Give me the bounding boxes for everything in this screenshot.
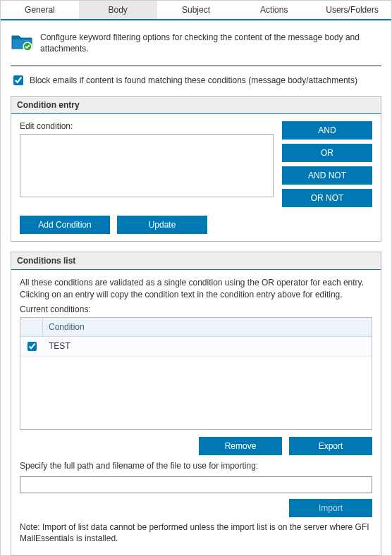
condition-entry-panel: Condition entry Edit condition: AND OR A… bbox=[11, 96, 381, 242]
tab-users-folders[interactable]: Users/Folders bbox=[313, 1, 391, 19]
update-button[interactable]: Update bbox=[117, 216, 207, 234]
folder-check-icon bbox=[11, 32, 33, 51]
row-condition-text: TEST bbox=[43, 338, 372, 354]
row-checkbox[interactable] bbox=[27, 342, 37, 351]
intro-text: Configure keyword filtering options for … bbox=[40, 32, 381, 54]
tab-bar: General Body Subject Actions Users/Folde… bbox=[1, 1, 391, 20]
current-conditions-label: Current conditions: bbox=[20, 304, 372, 314]
import-path-input[interactable] bbox=[20, 476, 372, 493]
conditions-table: Condition TEST bbox=[20, 317, 372, 430]
tab-body[interactable]: Body bbox=[79, 1, 157, 19]
separator bbox=[11, 66, 381, 66]
tab-actions[interactable]: Actions bbox=[235, 1, 313, 19]
tab-general[interactable]: General bbox=[1, 1, 79, 19]
export-button[interactable]: Export bbox=[289, 437, 372, 455]
block-emails-label: Block emails if content is found matchin… bbox=[30, 75, 357, 85]
or-not-button[interactable]: OR NOT bbox=[282, 189, 372, 207]
and-button[interactable]: AND bbox=[282, 121, 372, 140]
tab-subject[interactable]: Subject bbox=[157, 1, 235, 19]
condition-textarea[interactable] bbox=[20, 134, 274, 197]
add-condition-button[interactable]: Add Condition bbox=[20, 216, 110, 234]
remove-button[interactable]: Remove bbox=[199, 437, 282, 455]
col-checkbox bbox=[20, 318, 43, 336]
conditions-list-header: Conditions list bbox=[11, 252, 381, 270]
table-row[interactable]: TEST bbox=[20, 337, 372, 357]
or-button[interactable]: OR bbox=[282, 144, 372, 162]
import-note: Note: Import of list data cannot be perf… bbox=[20, 521, 372, 544]
conditions-list-panel: Conditions list All these conditions are… bbox=[11, 252, 381, 556]
block-emails-checkbox[interactable] bbox=[13, 75, 23, 85]
and-not-button[interactable]: AND NOT bbox=[282, 166, 372, 185]
condition-entry-header: Condition entry bbox=[11, 97, 381, 114]
col-condition-header: Condition bbox=[43, 318, 372, 336]
import-path-label: Specify the full path and filename of th… bbox=[20, 461, 372, 471]
import-button[interactable]: Import bbox=[289, 499, 372, 517]
conditions-list-desc: All these conditions are validated as a … bbox=[20, 277, 372, 299]
